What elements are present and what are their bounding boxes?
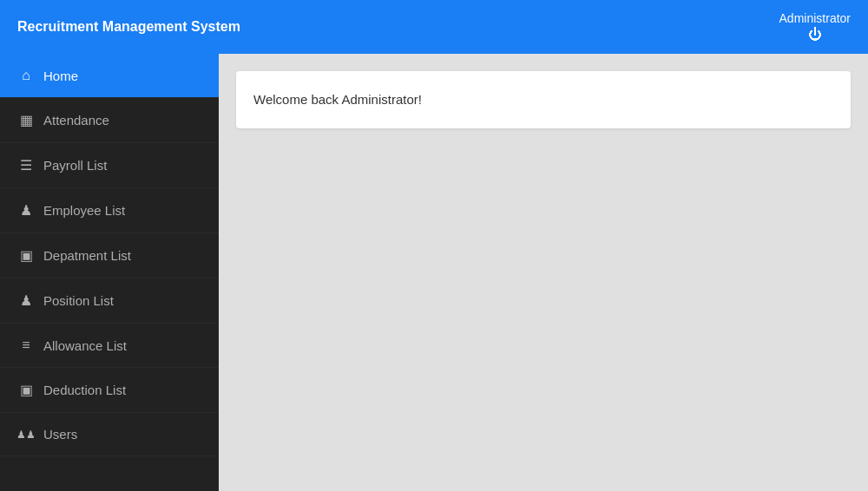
- employee-list-icon: [17, 202, 35, 219]
- sidebar-label-attendance: Attendance: [43, 113, 109, 128]
- welcome-card: Welcome back Administrator!: [236, 71, 851, 128]
- main-content: Welcome back Administrator!: [219, 54, 868, 491]
- calendar-icon: [17, 112, 35, 128]
- department-icon: [17, 247, 35, 264]
- sidebar-item-employee-list[interactable]: Employee List: [0, 188, 219, 233]
- sidebar-item-allowance-list[interactable]: Allowance List: [0, 324, 219, 368]
- sidebar-item-attendance[interactable]: Attendance: [0, 98, 219, 143]
- app-brand: Recruitment Management System: [17, 18, 240, 36]
- users-icon: [17, 429, 35, 441]
- sidebar-label-users: Users: [43, 427, 77, 442]
- sidebar-item-position-list[interactable]: Position List: [0, 278, 219, 324]
- username-label: Administrator: [779, 11, 851, 25]
- navbar: Recruitment Management System Administra…: [0, 0, 868, 54]
- user-info: Administrator: [779, 11, 851, 43]
- sidebar-label-payroll-list: Payroll List: [43, 158, 107, 173]
- sidebar-item-users[interactable]: Users: [0, 413, 219, 456]
- sidebar-label-allowance-list: Allowance List: [43, 338, 127, 353]
- position-icon: [17, 292, 35, 309]
- allowance-icon: [17, 337, 35, 353]
- sidebar-item-payroll-list[interactable]: Payroll List: [0, 143, 219, 188]
- sidebar-label-position-list: Position List: [43, 293, 114, 308]
- sidebar-label-department-list: Depatment List: [43, 248, 131, 263]
- sidebar-label-employee-list: Employee List: [43, 203, 125, 218]
- sidebar-item-department-list[interactable]: Depatment List: [0, 233, 219, 278]
- sidebar-item-deduction-list[interactable]: Deduction List: [0, 368, 219, 413]
- power-icon[interactable]: [808, 27, 822, 43]
- sidebar: Home Attendance Payroll List Employee Li…: [0, 54, 219, 491]
- payroll-list-icon: [17, 157, 35, 173]
- deduction-icon: [17, 382, 35, 398]
- sidebar-label-deduction-list: Deduction List: [43, 383, 126, 397]
- welcome-message: Welcome back Administrator!: [253, 92, 422, 107]
- home-icon: [17, 68, 35, 83]
- app-layout: Home Attendance Payroll List Employee Li…: [0, 54, 868, 491]
- sidebar-item-home[interactable]: Home: [0, 54, 219, 98]
- sidebar-label-home: Home: [43, 69, 78, 83]
